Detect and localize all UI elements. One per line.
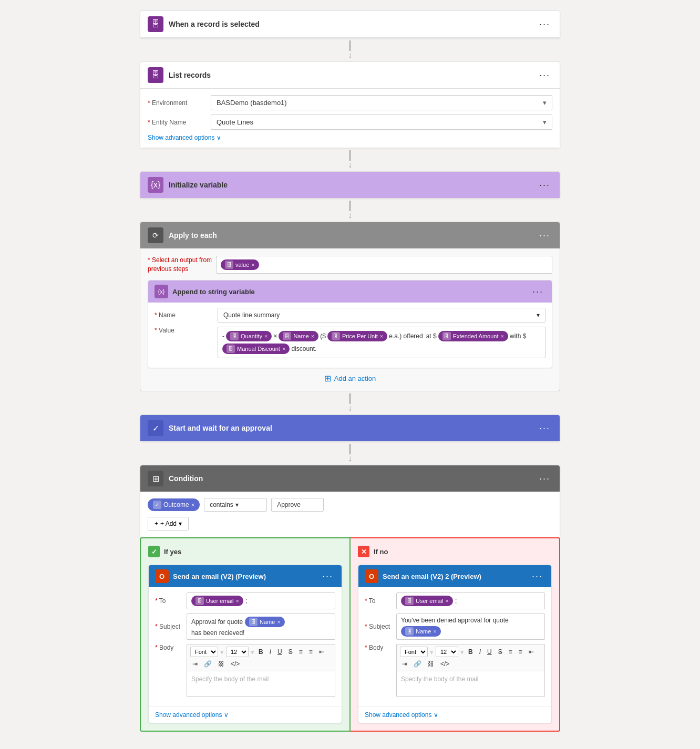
no-user-email-remove[interactable]: × — [446, 598, 449, 604]
name-token-remove[interactable]: × — [311, 333, 314, 339]
append-name-field[interactable]: Quote line summary ▾ — [218, 308, 545, 323]
init-variable-title: Initialize variable — [169, 181, 537, 189]
email-yes-body-editor[interactable]: Font ▾ 12 ▾ B I U — [187, 644, 335, 697]
bullet-list-button-no[interactable]: ≡ — [507, 647, 514, 657]
arrow-5: ↓ — [348, 444, 352, 463]
no-name-remove[interactable]: × — [433, 628, 436, 634]
trigger-title: When a record is selected — [169, 20, 537, 28]
toolbar-divider-1: ▾ — [220, 648, 224, 656]
outcome-token-remove[interactable]: × — [191, 502, 194, 508]
price-per-unit-token: 🗄 Price Per Unit × — [327, 331, 387, 341]
price-token-remove[interactable]: × — [380, 333, 383, 339]
environment-field[interactable]: BASDemo (basdemo1) ▾ — [211, 95, 552, 110]
underline-button-yes[interactable]: U — [275, 647, 284, 657]
append-string-header: {x} Append to string variable ··· — [148, 280, 552, 303]
entity-name-label: Entity Name — [148, 119, 211, 126]
apply-each-more-button[interactable]: ··· — [537, 229, 552, 242]
html-button-yes[interactable]: </> — [229, 659, 242, 669]
environment-select[interactable]: BASDemo (basdemo1) ▾ — [211, 95, 552, 110]
outdent-button-yes[interactable]: ⇤ — [317, 647, 326, 657]
advanced-chevron-yes-icon: ∨ — [224, 711, 229, 719]
font-size-select-yes[interactable]: 12 — [226, 647, 249, 657]
email-yes-body-input[interactable]: Specify the body of the mail — [187, 671, 335, 697]
email-no-to-field[interactable]: 🗄 User email × ; — [396, 592, 545, 609]
email-yes-title: Send an email (V2) (Preview) — [173, 573, 320, 580]
email-no-subject-field[interactable]: You've been denied approval for quote 🗄 … — [396, 613, 545, 640]
plus-icon: + — [155, 520, 158, 527]
entity-name-field[interactable]: Quote Lines ▾ — [211, 115, 552, 130]
no-user-email-token: 🗄 User email × — [401, 596, 453, 606]
condition-add-button[interactable]: + + Add ▾ — [148, 517, 189, 530]
append-string-icon: {x} — [155, 285, 168, 298]
show-advanced-no-link[interactable]: Show advanced options ∨ — [365, 711, 545, 719]
init-variable-more-button[interactable]: ··· — [537, 179, 552, 192]
email-no-more-button[interactable]: ··· — [530, 570, 545, 583]
unlink-button-no[interactable]: ⛓ — [426, 659, 436, 669]
extended-token-remove[interactable]: × — [501, 333, 504, 339]
trigger-header: 🗄 When a record is selected ··· — [140, 11, 560, 38]
indent-button-no[interactable]: ⇥ — [400, 659, 409, 669]
font-select-yes[interactable]: Font — [190, 647, 218, 657]
link-button-no[interactable]: 🔗 — [411, 659, 424, 669]
font-select-no[interactable]: Font — [400, 647, 428, 657]
token-remove-button[interactable]: × — [251, 262, 254, 268]
italic-button-yes[interactable]: I — [267, 647, 273, 657]
outcome-token: ✓ Outcome × — [148, 498, 200, 511]
trigger-more-button[interactable]: ··· — [537, 18, 552, 31]
show-advanced-options-link[interactable]: Show advanced options ∨ — [148, 134, 552, 141]
approval-step: ✓ Start and wait for an approval ··· — [140, 414, 560, 442]
condition-operator-select[interactable]: contains ▾ — [204, 498, 267, 512]
email-no-header: O Send an email (V2) 2 (Preview) ··· — [358, 565, 551, 587]
outcome-icon: ✓ — [153, 501, 161, 509]
append-value-field[interactable]: - 🗄 Quantity × × 🗄 Name — [218, 327, 545, 358]
name-dropdown[interactable]: Quote line summary ▾ — [218, 308, 545, 323]
font-size-select-no[interactable]: 12 — [436, 647, 458, 657]
select-output-input[interactable]: 🗄 value × — [216, 256, 552, 274]
if-yes-branch: ✓ If yes O Send an email (V2) (Preview) … — [140, 537, 351, 732]
list-records-icon: 🗄 — [148, 67, 163, 83]
email-no-body-input[interactable]: Specify the body of the mail — [396, 671, 545, 697]
unlink-button-yes[interactable]: ⛓ — [216, 659, 227, 669]
append-string-more-button[interactable]: ··· — [530, 285, 545, 298]
strikethrough-button-yes[interactable]: S — [286, 647, 295, 657]
if-yes-header: ✓ If yes — [148, 546, 342, 557]
approval-more-button[interactable]: ··· — [537, 422, 552, 435]
number-list-button-yes[interactable]: ≡ — [307, 647, 315, 657]
quantity-token-remove[interactable]: × — [264, 333, 267, 339]
number-list-button-no[interactable]: ≡ — [517, 647, 524, 657]
append-value-label: Value — [155, 327, 218, 334]
value-field-box[interactable]: - 🗄 Quantity × × 🗄 Name — [218, 327, 545, 358]
email-yes-subject-field[interactable]: Approval for quote 🗄 Name × has been rec… — [187, 613, 335, 640]
email-yes-body: To 🗄 User email × ; — [149, 587, 342, 706]
add-action-icon: ⊞ — [324, 373, 331, 383]
outdent-button-no[interactable]: ⇤ — [527, 647, 536, 657]
manual-discount-token: 🗄 Manual Discount × — [222, 344, 290, 354]
html-button-no[interactable]: </> — [438, 659, 451, 669]
indent-button-yes[interactable]: ⇥ — [190, 659, 200, 669]
arrow-2: ↓ — [348, 150, 352, 169]
condition-more-button[interactable]: ··· — [537, 472, 552, 485]
entity-name-select[interactable]: Quote Lines ▾ — [211, 115, 552, 130]
email-yes-to-field[interactable]: 🗄 User email × ; — [187, 592, 335, 609]
append-name-row: Name Quote line summary ▾ — [155, 308, 545, 323]
email-yes-subject-row: Subject Approval for quote 🗄 Name × has … — [155, 613, 335, 640]
link-button-yes[interactable]: 🔗 — [202, 659, 214, 669]
show-advanced-yes-link[interactable]: Show advanced options ∨ — [155, 711, 335, 719]
condition-value-input[interactable]: Approve — [271, 498, 324, 512]
yes-name-remove[interactable]: × — [277, 619, 280, 625]
bold-button-no[interactable]: B — [466, 647, 475, 657]
email-no-body-editor[interactable]: Font ▾ 12 ▾ B I U — [396, 644, 545, 697]
bullet-list-button-yes[interactable]: ≡ — [297, 647, 305, 657]
underline-button-no[interactable]: U — [485, 647, 494, 657]
bold-button-yes[interactable]: B — [256, 647, 265, 657]
environment-chevron-icon: ▾ — [543, 99, 547, 107]
list-records-more-button[interactable]: ··· — [537, 69, 552, 82]
discount-token-remove[interactable]: × — [282, 346, 285, 352]
add-action-button[interactable]: ⊞ Add an action — [324, 373, 376, 383]
email-no-title: Send an email (V2) 2 (Preview) — [383, 573, 530, 580]
strikethrough-button-no[interactable]: S — [496, 647, 505, 657]
advanced-chevron-no-icon: ∨ — [434, 711, 438, 719]
italic-button-no[interactable]: I — [477, 647, 483, 657]
yes-user-email-remove[interactable]: × — [236, 598, 239, 604]
email-yes-more-button[interactable]: ··· — [320, 570, 335, 583]
